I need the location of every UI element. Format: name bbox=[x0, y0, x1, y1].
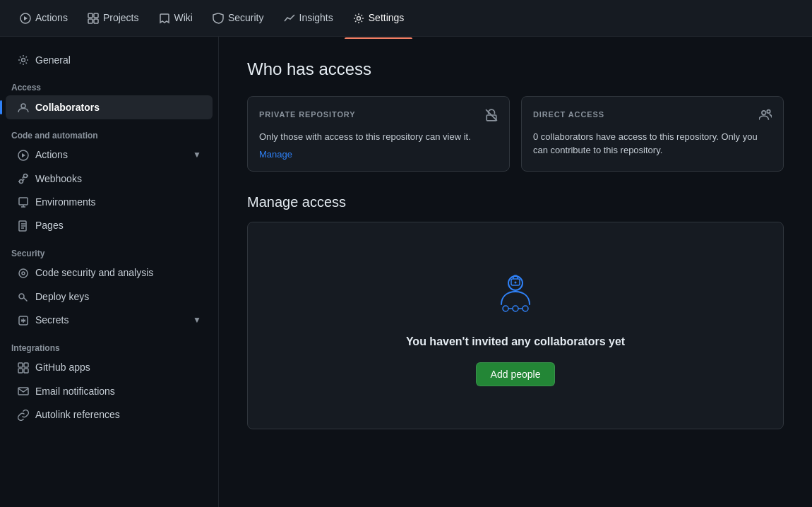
sidebar-item-actions[interactable]: Actions ▼ bbox=[6, 143, 213, 167]
sidebar-item-autolink-references[interactable]: Autolink references bbox=[6, 402, 213, 426]
private-repo-card: PRIVATE REPOSITORY Only those with acces… bbox=[247, 96, 510, 172]
apps-icon bbox=[17, 362, 30, 374]
svg-rect-19 bbox=[18, 363, 23, 367]
svg-marker-1 bbox=[24, 16, 28, 20]
sidebar-autolink-label: Autolink references bbox=[35, 409, 201, 420]
sidebar-deploy-keys-label: Deploy keys bbox=[35, 291, 201, 302]
sidebar-actions-label: Actions bbox=[35, 149, 187, 160]
main-content: Who has access PRIVATE REPOSITORY bbox=[219, 37, 812, 507]
sidebar-environments-label: Environments bbox=[35, 196, 201, 208]
sidebar-collaborators-label: Collaborators bbox=[35, 102, 201, 113]
sidebar: General Access Collaborators Code and au… bbox=[0, 37, 219, 507]
environments-icon bbox=[17, 196, 30, 208]
sidebar-access-section: Access bbox=[0, 77, 218, 95]
nav-settings-label: Settings bbox=[369, 12, 405, 23]
shield-icon bbox=[17, 267, 30, 279]
gear-icon bbox=[17, 54, 30, 66]
collaborators-empty-icon bbox=[487, 265, 544, 321]
direct-access-label: DIRECT ACCESS bbox=[533, 110, 604, 119]
secrets-chevron-icon: ▼ bbox=[193, 315, 201, 325]
security-nav-icon bbox=[213, 12, 224, 24]
sidebar-security-section: Security bbox=[0, 243, 218, 261]
svg-point-26 bbox=[767, 109, 770, 113]
sidebar-item-webhooks[interactable]: Webhooks bbox=[6, 167, 213, 190]
svg-point-29 bbox=[513, 306, 518, 311]
nav-settings[interactable]: Settings bbox=[345, 6, 413, 30]
svg-point-6 bbox=[357, 17, 360, 20]
private-card-label: PRIVATE REPOSITORY bbox=[259, 110, 355, 119]
actions-nav-icon bbox=[20, 12, 31, 24]
sidebar-item-environments[interactable]: Environments bbox=[6, 190, 213, 213]
svg-point-28 bbox=[503, 306, 508, 311]
sidebar-github-apps-label: GitHub apps bbox=[35, 362, 201, 373]
svg-rect-5 bbox=[94, 19, 98, 23]
nav-projects[interactable]: Projects bbox=[79, 6, 148, 30]
sidebar-pages-label: Pages bbox=[35, 220, 201, 231]
manage-access-box: You haven't invited any collaborators ye… bbox=[247, 222, 784, 429]
sidebar-item-secrets[interactable]: Secrets ▼ bbox=[6, 308, 213, 331]
person-icon bbox=[17, 101, 30, 113]
svg-point-7 bbox=[22, 59, 25, 62]
sidebar-item-general[interactable]: General bbox=[6, 48, 213, 71]
nav-wiki[interactable]: Wiki bbox=[150, 6, 201, 30]
insights-nav-icon bbox=[284, 12, 295, 24]
direct-access-card: DIRECT ACCESS 0 collaborators have acces… bbox=[521, 96, 784, 172]
mail-icon bbox=[17, 385, 30, 397]
nav-wiki-label: Wiki bbox=[174, 12, 193, 23]
svg-rect-20 bbox=[24, 363, 28, 367]
sidebar-item-email-notifications[interactable]: Email notifications bbox=[6, 379, 213, 402]
nav-insights[interactable]: Insights bbox=[275, 6, 342, 30]
direct-card-header: DIRECT ACCESS bbox=[533, 108, 772, 121]
add-people-button[interactable]: Add people bbox=[476, 362, 556, 386]
svg-rect-22 bbox=[24, 369, 28, 373]
pages-icon bbox=[17, 219, 30, 231]
sidebar-item-pages[interactable]: Pages bbox=[6, 213, 213, 237]
manage-link[interactable]: Manage bbox=[259, 149, 292, 160]
svg-point-8 bbox=[21, 104, 25, 108]
page-layout: General Access Collaborators Code and au… bbox=[0, 37, 812, 507]
svg-rect-21 bbox=[18, 369, 23, 373]
svg-point-30 bbox=[523, 306, 528, 311]
svg-point-25 bbox=[762, 111, 766, 115]
svg-rect-13 bbox=[19, 198, 28, 205]
svg-point-16 bbox=[22, 272, 25, 275]
private-card-header: PRIVATE REPOSITORY bbox=[259, 108, 498, 121]
svg-rect-3 bbox=[94, 13, 98, 18]
sidebar-code-section: Code and automation bbox=[0, 125, 218, 143]
sidebar-general-label: General bbox=[35, 54, 201, 66]
nav-security[interactable]: Security bbox=[204, 6, 273, 30]
page-title: Who has access bbox=[247, 59, 784, 79]
sidebar-item-github-apps[interactable]: GitHub apps bbox=[6, 356, 213, 379]
settings-nav-icon bbox=[353, 12, 364, 24]
nav-projects-label: Projects bbox=[103, 12, 139, 23]
nav-insights-label: Insights bbox=[299, 12, 333, 23]
sidebar-email-notifications-label: Email notifications bbox=[35, 386, 201, 397]
direct-access-icon bbox=[759, 108, 772, 121]
sidebar-item-deploy-keys[interactable]: Deploy keys bbox=[6, 285, 213, 308]
wiki-nav-icon bbox=[159, 12, 170, 24]
empty-state-text: You haven't invited any collaborators ye… bbox=[406, 335, 625, 348]
asterisk-icon bbox=[17, 314, 30, 326]
nav-actions-label: Actions bbox=[35, 12, 68, 23]
svg-point-15 bbox=[19, 269, 28, 278]
manage-access-title: Manage access bbox=[247, 194, 784, 210]
sidebar-item-code-security[interactable]: Code security and analysis bbox=[6, 261, 213, 285]
sidebar-webhooks-label: Webhooks bbox=[35, 173, 201, 184]
nav-security-label: Security bbox=[228, 12, 264, 23]
actions-icon bbox=[17, 149, 30, 161]
webhooks-icon bbox=[17, 172, 30, 184]
svg-marker-10 bbox=[22, 153, 25, 157]
private-card-text: Only those with access to this repositor… bbox=[259, 130, 498, 144]
link-icon bbox=[17, 408, 30, 420]
sidebar-secrets-label: Secrets bbox=[35, 314, 187, 326]
actions-chevron-icon: ▼ bbox=[193, 150, 201, 160]
top-navigation: Actions Projects Wiki Security bbox=[0, 0, 812, 37]
sidebar-item-collaborators[interactable]: Collaborators bbox=[6, 95, 213, 119]
svg-rect-23 bbox=[18, 388, 28, 395]
direct-access-text: 0 collaborators have access to this repo… bbox=[533, 130, 772, 157]
private-repo-icon bbox=[485, 108, 498, 121]
sidebar-integrations-section: Integrations bbox=[0, 338, 218, 356]
access-cards: PRIVATE REPOSITORY Only those with acces… bbox=[247, 96, 784, 172]
projects-nav-icon bbox=[88, 12, 99, 24]
nav-actions[interactable]: Actions bbox=[11, 6, 76, 30]
